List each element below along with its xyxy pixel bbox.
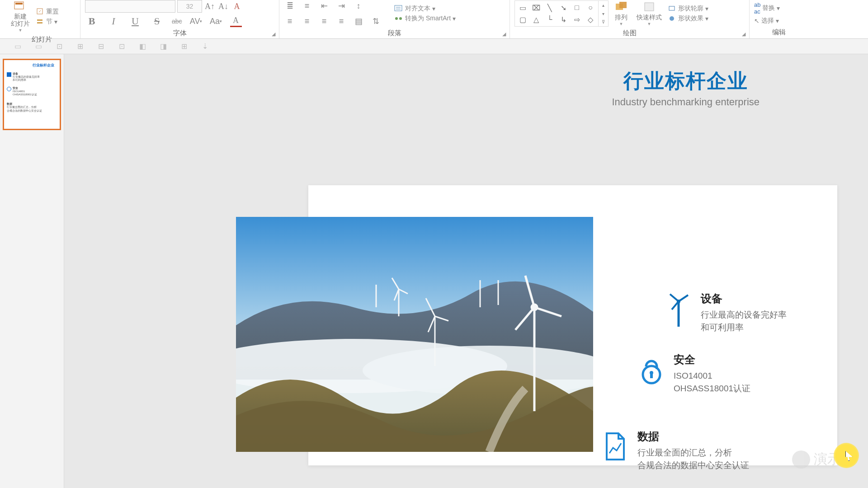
align-left-button[interactable]: ≡ <box>284 15 296 27</box>
feature-line: 行业最全面的汇总，分析 <box>637 446 749 459</box>
group-label: 字体 <box>85 27 274 39</box>
svg-point-14 <box>670 16 674 21</box>
align-text-button[interactable]: 对齐文本 ▾ <box>394 5 456 13</box>
feature-line: OHSASS18001认证 <box>674 382 750 395</box>
font-size-select[interactable] <box>177 0 202 13</box>
qat-btn-6[interactable]: ⊡ <box>117 42 127 52</box>
font-dialog-launcher[interactable]: ◢ <box>272 31 278 38</box>
chart-file-icon <box>602 429 628 465</box>
paragraph-dialog-launcher[interactable]: ◢ <box>502 31 509 38</box>
shape-triangle-icon[interactable]: △ <box>530 14 542 24</box>
new-slide-icon <box>14 1 27 12</box>
align-center-button[interactable]: ≡ <box>301 15 313 27</box>
clear-format-icon[interactable]: A <box>231 0 243 12</box>
qat-btn-7[interactable]: ◧ <box>137 42 147 52</box>
shape-diamond-icon[interactable]: ◇ <box>585 14 596 24</box>
ribbon-group-drawing: ▭ ⌧ ╲ ➘ □ ○ ▢ △ └ ↳ ⇨ ◇ ▴▾⊽ <box>510 0 750 38</box>
shape-outline-icon <box>668 5 676 12</box>
feature-line: 行业最高的设备完好率 <box>701 309 787 321</box>
indent-inc-button[interactable]: ⇥ <box>335 0 347 12</box>
section-button[interactable]: 节 ▾ <box>36 18 59 26</box>
slide-canvas[interactable]: 行业标杆企业 Industry benchmarking enterprise <box>64 54 868 488</box>
svg-line-37 <box>679 295 688 301</box>
ribbon-group-font: A↑ A↓ A B I U S abc AV▾ Aa▾ A 字体 ◢ <box>80 0 279 38</box>
drawing-dialog-launcher[interactable]: ◢ <box>742 31 748 38</box>
shape-elbow-icon[interactable]: └ <box>544 14 556 24</box>
select-icon: ↖ <box>754 17 760 24</box>
reset-button[interactable]: 重置 <box>36 8 59 16</box>
shape-circle-icon[interactable]: ○ <box>585 3 596 13</box>
slide-subtitle: Industry benchmarking enterprise <box>612 96 760 108</box>
svg-rect-42 <box>650 373 653 378</box>
shape-line-icon[interactable]: ╲ <box>544 3 556 13</box>
bold-button[interactable]: B <box>85 15 99 27</box>
shape-roundrect-icon[interactable]: ▢ <box>517 14 528 24</box>
line-spacing-button[interactable]: ↕ <box>353 0 364 12</box>
slide-thumbnail-1[interactable]: 行业标杆企业 设备行业最高的设备完好率和可利用率 安全ISO14001OHSAS… <box>3 59 61 130</box>
font-name-select[interactable] <box>85 0 175 13</box>
svg-rect-11 <box>619 2 627 8</box>
feature-line: 和可利用率 <box>701 321 787 334</box>
shape-effects-icon <box>668 15 676 22</box>
shape-arrowline-icon[interactable]: ➘ <box>557 3 569 13</box>
shape-arrow-icon[interactable]: ⇨ <box>571 14 583 24</box>
svg-rect-5 <box>395 5 402 11</box>
shape-square-icon[interactable]: □ <box>571 3 583 13</box>
shape-gallery[interactable]: ▭ ⌧ ╲ ➘ □ ○ ▢ △ └ ↳ ⇨ ◇ <box>514 0 599 27</box>
shape-outline-button[interactable]: 形状轮廓 ▾ <box>668 5 708 13</box>
columns-button[interactable]: ▤ <box>353 15 364 27</box>
lock-icon <box>638 352 665 388</box>
qat-btn-4[interactable]: ⊞ <box>75 42 85 52</box>
qat-btn-8[interactable]: ◨ <box>158 42 168 52</box>
convert-smartart-button[interactable]: 转换为 SmartArt ▾ <box>394 14 456 23</box>
quick-style-button[interactable]: 快速样式▼ <box>634 0 665 27</box>
numbering-button[interactable]: ≡ <box>301 0 313 12</box>
arrange-button[interactable]: 排列▼ <box>612 0 630 27</box>
underline-button[interactable]: U <box>128 15 142 27</box>
align-right-button[interactable]: ≡ <box>318 15 330 27</box>
reset-icon <box>36 8 44 16</box>
shape-gallery-more[interactable]: ▴▾⊽ <box>599 0 609 27</box>
svg-point-9 <box>399 17 402 20</box>
turbine-icon <box>665 291 692 327</box>
shape-elbowarrow-icon[interactable]: ↳ <box>557 14 569 24</box>
italic-button[interactable]: I <box>107 15 120 27</box>
align-justify-button[interactable]: ≡ <box>335 15 347 27</box>
strike-button[interactable]: S <box>150 15 164 27</box>
svg-rect-13 <box>669 6 675 10</box>
feature-line: 合规合法的数据中心安全认证 <box>637 459 749 472</box>
feature-data: 数据 行业最全面的汇总，分析 合规合法的数据中心安全认证 <box>602 429 749 471</box>
replace-button[interactable]: abac替换 ▾ <box>754 1 780 15</box>
font-color-button[interactable]: A <box>230 15 242 27</box>
group-label: 幻灯片 <box>8 33 75 46</box>
shape-effects-button[interactable]: 形状效果 ▾ <box>668 14 708 23</box>
cursor-highlight <box>834 443 859 468</box>
shape-text-icon[interactable]: ⌧ <box>530 3 542 13</box>
char-spacing-button[interactable]: AV▾ <box>190 15 202 27</box>
ribbon-group-edit: abac替换 ▾ ↖选择 ▾ 编辑 <box>750 0 808 38</box>
bullets-button[interactable]: ≣ <box>284 0 296 12</box>
qat-btn-5[interactable]: ⊟ <box>96 42 106 52</box>
feature-safety: 安全 ISO14001 OHSASS18001认证 <box>638 352 750 394</box>
text-direction-button[interactable]: ⇅ <box>370 15 382 27</box>
select-button[interactable]: ↖选择 ▾ <box>754 17 780 25</box>
shape-rect-icon[interactable]: ▭ <box>517 3 528 13</box>
quick-style-icon <box>643 1 656 13</box>
ribbon-group-slides: 新建 幻灯片 ▼ 重置 节 ▾ 幻灯片 <box>4 0 80 38</box>
new-slide-button[interactable]: 新建 幻灯片 ▼ <box>8 0 33 33</box>
feature-line: ISO14001 <box>674 370 750 382</box>
shrink-font-icon[interactable]: A↓ <box>217 0 229 12</box>
slide-title-block: 行业标杆企业 Industry benchmarking enterprise <box>612 68 760 108</box>
arrange-icon <box>615 1 627 13</box>
indent-dec-button[interactable]: ⇤ <box>318 0 330 12</box>
change-case-button[interactable]: Aa▾ <box>210 15 222 27</box>
qat-more[interactable]: ⇣ <box>200 42 210 52</box>
watermark-icon <box>792 450 810 469</box>
svg-rect-4 <box>37 22 42 23</box>
svg-line-36 <box>670 294 679 301</box>
feature-title: 设备 <box>701 291 787 306</box>
qat-btn-9[interactable]: ⊞ <box>179 42 189 52</box>
svg-rect-12 <box>645 3 654 11</box>
strikethrough-abc-button[interactable]: abc <box>172 18 182 25</box>
grow-font-icon[interactable]: A↑ <box>204 0 216 12</box>
